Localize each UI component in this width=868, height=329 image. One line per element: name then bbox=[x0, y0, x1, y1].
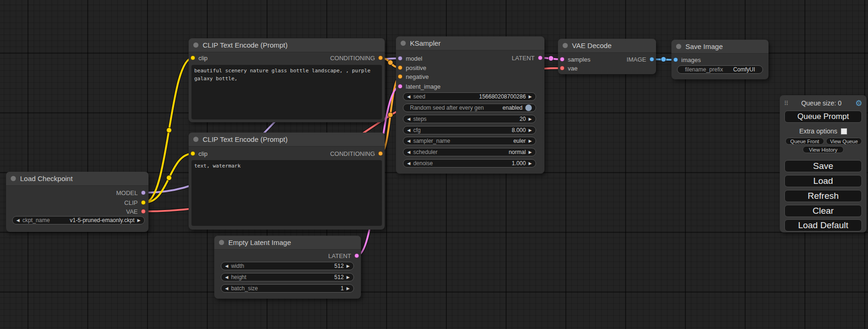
decrement-arrow-icon[interactable]: ◀ bbox=[16, 218, 20, 223]
node-title-bar[interactable]: KSampler bbox=[396, 36, 544, 50]
decrement-arrow-icon[interactable]: ◀ bbox=[407, 117, 410, 121]
decrement-arrow-icon[interactable]: ◀ bbox=[407, 150, 410, 154]
vae-port-icon[interactable] bbox=[560, 66, 565, 70]
collapse-dot-icon[interactable] bbox=[401, 41, 406, 46]
increment-arrow-icon[interactable]: ▶ bbox=[346, 287, 350, 291]
menu-panel: ⠿ Queue size: 0 ⚙ Queue Prompt Extra opt… bbox=[780, 95, 867, 232]
conditioning-port-icon[interactable] bbox=[398, 65, 402, 70]
node-title-bar[interactable]: CLIP Text Encode (Prompt) bbox=[189, 133, 385, 147]
link-dot[interactable] bbox=[167, 175, 172, 181]
load-default-button[interactable]: Load Default bbox=[784, 219, 862, 231]
increment-arrow-icon[interactable]: ▶ bbox=[529, 161, 532, 166]
drag-handle-icon[interactable]: ⠿ bbox=[784, 100, 788, 107]
load-button[interactable]: Load bbox=[784, 175, 862, 187]
clip-port-icon[interactable] bbox=[191, 151, 195, 156]
latent-port-icon[interactable] bbox=[398, 84, 402, 89]
node-save-image[interactable]: Save Image images filename_prefix ComfyU… bbox=[671, 40, 769, 79]
increment-arrow-icon[interactable]: ▶ bbox=[529, 117, 532, 121]
node-clip-text-encode-positive[interactable]: CLIP Text Encode (Prompt) clip CONDITION… bbox=[189, 38, 385, 122]
node-clip-text-encode-negative[interactable]: CLIP Text Encode (Prompt) clip CONDITION… bbox=[189, 133, 385, 230]
link-dot[interactable] bbox=[388, 112, 393, 118]
link-dot[interactable] bbox=[661, 57, 666, 62]
denoise-widget[interactable]: ◀ denoise 1.000 ▶ bbox=[403, 159, 536, 168]
collapse-dot-icon[interactable] bbox=[676, 44, 681, 49]
node-title-bar[interactable]: VAE Decode bbox=[558, 39, 656, 53]
input-samples: samples bbox=[560, 55, 590, 64]
link-dot[interactable] bbox=[388, 60, 393, 65]
height-widget[interactable]: ◀ height 512 ▶ bbox=[221, 273, 354, 281]
view-queue-button[interactable]: View Queue bbox=[826, 138, 862, 145]
steps-widget[interactable]: ◀ steps 20 ▶ bbox=[403, 115, 536, 123]
decrement-arrow-icon[interactable]: ◀ bbox=[225, 275, 228, 280]
collapse-dot-icon[interactable] bbox=[11, 176, 16, 181]
toggle-dot-icon[interactable] bbox=[525, 105, 532, 111]
decrement-arrow-icon[interactable]: ◀ bbox=[225, 264, 228, 268]
negative-prompt-textarea[interactable]: text, watermark bbox=[191, 160, 382, 226]
batch-size-widget[interactable]: ◀ batch_size 1 ▶ bbox=[221, 284, 354, 293]
decrement-arrow-icon[interactable]: ◀ bbox=[407, 95, 410, 99]
increment-arrow-icon[interactable]: ▶ bbox=[529, 128, 532, 133]
conditioning-port-icon[interactable] bbox=[378, 56, 383, 60]
view-history-button[interactable]: View History bbox=[803, 146, 844, 153]
increment-arrow-icon[interactable]: ▶ bbox=[346, 275, 350, 280]
cfg-widget[interactable]: ◀ cfg 8.000 ▶ bbox=[403, 126, 536, 134]
output-vae: VAE bbox=[126, 207, 146, 216]
positive-prompt-textarea[interactable]: beautiful scenery nature glass bottle la… bbox=[191, 65, 382, 119]
extra-options-checkbox[interactable] bbox=[841, 128, 847, 134]
image-port-icon[interactable] bbox=[649, 57, 654, 62]
input-clip: clip bbox=[191, 53, 208, 63]
node-title-bar[interactable]: CLIP Text Encode (Prompt) bbox=[189, 38, 385, 52]
model-port-icon[interactable] bbox=[141, 190, 146, 195]
image-port-icon[interactable] bbox=[673, 57, 678, 62]
increment-arrow-icon[interactable]: ▶ bbox=[529, 139, 532, 143]
queue-front-button[interactable]: Queue Front bbox=[785, 138, 824, 145]
latent-port-icon[interactable] bbox=[538, 56, 543, 60]
width-widget[interactable]: ◀ width 512 ▶ bbox=[221, 262, 354, 270]
node-title-bar[interactable]: Load Checkpoint bbox=[6, 172, 148, 186]
scheduler-widget[interactable]: ◀ scheduler normal ▶ bbox=[403, 148, 536, 156]
collapse-dot-icon[interactable] bbox=[219, 240, 224, 245]
save-button[interactable]: Save bbox=[784, 160, 862, 172]
link-dot[interactable] bbox=[167, 128, 172, 133]
node-title-bar[interactable]: Empty Latent Image bbox=[214, 236, 361, 250]
extra-options-label: Extra options bbox=[799, 127, 838, 135]
latent-port-icon[interactable] bbox=[560, 57, 565, 62]
refresh-button[interactable]: Refresh bbox=[784, 190, 862, 202]
increment-arrow-icon[interactable]: ▶ bbox=[529, 95, 532, 99]
node-empty-latent-image[interactable]: Empty Latent Image LATENT ◀ width 512 ▶ … bbox=[214, 236, 361, 299]
sampler-name-widget[interactable]: ◀ sampler_name euler ▶ bbox=[403, 137, 536, 145]
node-vae-decode[interactable]: VAE Decode samples vae IMAGE bbox=[558, 39, 656, 74]
clip-port-icon[interactable] bbox=[191, 56, 195, 60]
collapse-dot-icon[interactable] bbox=[193, 137, 198, 142]
collapse-dot-icon[interactable] bbox=[563, 43, 568, 48]
seed-widget[interactable]: ◀ seed 156680208700286 ▶ bbox=[403, 92, 536, 101]
link-dot[interactable] bbox=[549, 56, 554, 61]
gear-icon[interactable]: ⚙ bbox=[855, 99, 862, 107]
node-ksampler[interactable]: KSampler model positive negative latent_… bbox=[396, 36, 544, 174]
decrement-arrow-icon[interactable]: ◀ bbox=[407, 139, 410, 143]
model-port-icon[interactable] bbox=[398, 56, 402, 61]
increment-arrow-icon[interactable]: ▶ bbox=[346, 264, 350, 268]
comfyui-canvas[interactable]: { "icons": { "left_arrow": "◀", "right_a… bbox=[0, 0, 868, 329]
clear-button[interactable]: Clear bbox=[784, 205, 862, 217]
latent-port-icon[interactable] bbox=[354, 253, 359, 258]
clip-port-icon[interactable] bbox=[141, 200, 146, 205]
decrement-arrow-icon[interactable]: ◀ bbox=[407, 128, 410, 133]
filename-prefix-widget[interactable]: filename_prefix ComfyUI bbox=[677, 65, 763, 74]
ckpt-name-widget[interactable]: ◀ ckpt_name v1-5-pruned-emaonly.ckpt ▶ bbox=[12, 216, 145, 224]
collapse-dot-icon[interactable] bbox=[193, 42, 198, 48]
queue-prompt-button[interactable]: Queue Prompt bbox=[784, 111, 862, 123]
decrement-arrow-icon[interactable]: ◀ bbox=[407, 161, 410, 166]
vae-port-icon[interactable] bbox=[141, 209, 146, 214]
menu-header: ⠿ Queue size: 0 ⚙ bbox=[780, 98, 867, 108]
node-load-checkpoint[interactable]: Load Checkpoint MODEL CLIP VAE ◀ ckpt_na… bbox=[6, 172, 148, 232]
increment-arrow-icon[interactable]: ▶ bbox=[529, 150, 532, 154]
input-vae: vae bbox=[560, 63, 578, 73]
queue-size-label: Queue size: 0 bbox=[788, 99, 855, 107]
increment-arrow-icon[interactable]: ▶ bbox=[137, 218, 141, 223]
conditioning-port-icon[interactable] bbox=[398, 74, 402, 79]
node-title-bar[interactable]: Save Image bbox=[671, 40, 769, 54]
random-seed-toggle[interactable]: Random seed after every gen enabled bbox=[403, 104, 536, 112]
conditioning-port-icon[interactable] bbox=[378, 151, 383, 156]
decrement-arrow-icon[interactable]: ◀ bbox=[225, 287, 228, 291]
